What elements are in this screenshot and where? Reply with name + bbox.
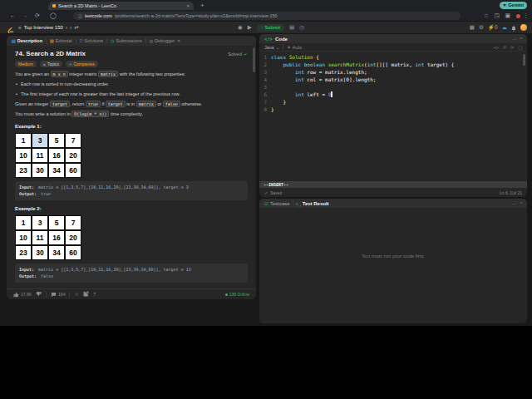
inline-code-chip: target — [50, 101, 70, 107]
matrix-cell: 34 — [48, 245, 65, 260]
dislike-button[interactable] — [36, 291, 42, 298]
matrix-cell: 1 — [15, 215, 32, 230]
tab-submissions[interactable]: ◷Submissions — [111, 38, 142, 43]
tab-testcase[interactable]: ☑ Testcase — [264, 201, 290, 206]
matrix-cell: 20 — [65, 148, 81, 163]
close-tab-icon[interactable]: × — [177, 38, 180, 43]
avatar[interactable] — [520, 24, 527, 31]
tab-editorial[interactable]: ▧Editorial — [50, 38, 72, 43]
cloud-icon[interactable]: ☁ — [502, 24, 508, 31]
collapse-panel-icon[interactable]: ^ — [520, 37, 522, 42]
auto-toggle[interactable]: ✦ Auto — [287, 45, 302, 50]
extensions-puzzle-icon[interactable]: ◳ — [494, 12, 500, 19]
code-text: int left = 0 — [271, 91, 332, 98]
feedback-question-icon[interactable]: ? — [93, 292, 96, 297]
next-problem-icon[interactable]: › — [70, 25, 71, 31]
notes-icon[interactable]: ▤ — [289, 24, 294, 31]
favorite-star-icon[interactable]: ☆ — [74, 291, 79, 298]
like-button[interactable]: 17.8K — [13, 292, 32, 298]
browser-tab[interactable]: Search a 2D Matrix - LeetCo × — [48, 2, 194, 11]
gemini-label: Gemini — [508, 2, 524, 7]
code-text: } — [271, 98, 286, 106]
language-selector[interactable]: Java ⌄ — [264, 45, 279, 50]
new-tab-button[interactable]: + — [200, 2, 204, 9]
badge-companies[interactable]: ✦Companies — [66, 61, 98, 67]
code-token: col = matrix[0].length; — [304, 76, 377, 82]
io-line: Output: false — [19, 273, 244, 280]
home-icon[interactable]: ◯ — [50, 12, 57, 19]
matrix-cell: 1 — [15, 133, 32, 148]
reload-icon[interactable]: ⟳ — [35, 12, 40, 19]
vim-mode-label: --INSERT-- — [264, 182, 288, 187]
tab-label: Editorial — [56, 38, 72, 43]
tab-debugger[interactable]: ◎Debugger× — [150, 38, 180, 43]
forward-icon[interactable]: → — [22, 12, 28, 18]
language-label: Java — [264, 45, 274, 50]
shuffle-icon[interactable]: ⇄ — [74, 24, 78, 31]
tab-test-result[interactable]: >_ Test Result — [296, 201, 329, 206]
editor-scrollbar[interactable] — [523, 54, 525, 66]
tab-label: Description — [17, 38, 42, 43]
debugger-tab-icon: ◎ — [150, 38, 153, 43]
terminal-icon: >_ — [296, 201, 301, 206]
browser-menu-icon[interactable]: ⋮ — [523, 12, 529, 19]
collapse-panel-icon[interactable]: ^ — [520, 201, 522, 206]
profile-icon[interactable]: ▣ — [505, 12, 510, 19]
companies-icon: ✦ — [69, 62, 71, 66]
timer-icon[interactable]: ◷ — [299, 24, 304, 31]
problem-list-icon[interactable]: ≡ — [18, 25, 22, 31]
badge-topics[interactable]: ◆Topics — [40, 61, 62, 67]
code-token: } — [271, 106, 274, 112]
gemini-button[interactable]: ✦ Gemini — [500, 2, 527, 9]
run-icon[interactable]: ▶ — [248, 24, 252, 31]
tab-solutions[interactable]: ▽Solutions — [80, 38, 104, 43]
cloud-upload-icon: ↑ — [261, 25, 264, 30]
matrix-cell: 5 — [48, 215, 65, 230]
bookmark-star-icon[interactable]: ☆ — [484, 12, 489, 19]
back-icon[interactable]: ← — [10, 12, 16, 18]
badge-label: Topics — [47, 62, 59, 66]
matrix-cell: 11 — [32, 148, 48, 163]
fullscreen-icon[interactable]: ▢ — [518, 45, 522, 50]
badge-medium[interactable]: Medium — [15, 61, 37, 67]
matrix-cell: 30 — [32, 245, 48, 260]
close-tab-icon[interactable]: × — [186, 3, 190, 8]
debug-icon[interactable]: ◉ — [238, 24, 243, 31]
panel-more-icon[interactable]: ⋯ — [512, 37, 517, 42]
run-submit-group: ◉ ▶ ↑ Submit ▤ ◷ — [238, 22, 304, 33]
panel-more-icon[interactable]: ⋯ — [512, 201, 517, 206]
code-token — [271, 62, 283, 67]
examples-section: Example 1:13571011162023303460Input: mat… — [15, 124, 248, 283]
footer-divider — [69, 292, 70, 298]
comments-button[interactable]: 164 — [51, 292, 65, 298]
code-token — [271, 91, 295, 97]
code-editor[interactable]: 1class Solution {2 public boolean search… — [259, 52, 527, 181]
code-line: 1class Solution { — [259, 53, 527, 61]
tab-description[interactable]: ▤Description — [12, 38, 42, 43]
line-number: 1 — [259, 53, 271, 61]
settings-gear-icon[interactable]: ⚙ — [479, 24, 484, 31]
description-scrollbar[interactable] — [253, 47, 255, 72]
tab-title: Search a 2D Matrix - LeetCo — [58, 3, 184, 8]
share-icon[interactable] — [83, 291, 89, 298]
inline-code-chip: m x n — [51, 71, 68, 77]
code-text: } — [271, 106, 274, 113]
io-label: Input: — [19, 185, 34, 190]
topics-icon: ◆ — [43, 62, 46, 66]
description-paragraph: You are given an m x n integer matrix ma… — [15, 71, 248, 78]
url-bar[interactable]: ⓘ leetcode.com/problems/search-a-2d-matr… — [73, 12, 461, 20]
io-line: Input: matrix = [[1,3,5,7],[10,11,16,20]… — [19, 184, 244, 191]
layout-icon[interactable]: ▦ — [470, 24, 475, 31]
prev-problem-icon[interactable]: ‹ — [66, 25, 67, 31]
site-info-icon[interactable]: ⓘ — [78, 13, 82, 18]
problem-list-label[interactable]: Top Interview 150 — [24, 25, 63, 30]
reset-code-icon[interactable]: ⟳ — [510, 45, 514, 50]
submit-button[interactable]: ↑ Submit — [257, 24, 284, 32]
line-number: 7 — [259, 98, 271, 106]
streak-flame-icon[interactable]: ⚡0 — [488, 24, 498, 31]
code-text: int row = matrix.length; — [271, 68, 367, 76]
undo-icon[interactable]: ↺ — [503, 45, 506, 50]
code-token: searchMatrix — [328, 62, 364, 67]
example-2-matrix: 13571011162023303460 — [15, 215, 81, 260]
format-code-icon[interactable]: <> — [494, 45, 499, 50]
